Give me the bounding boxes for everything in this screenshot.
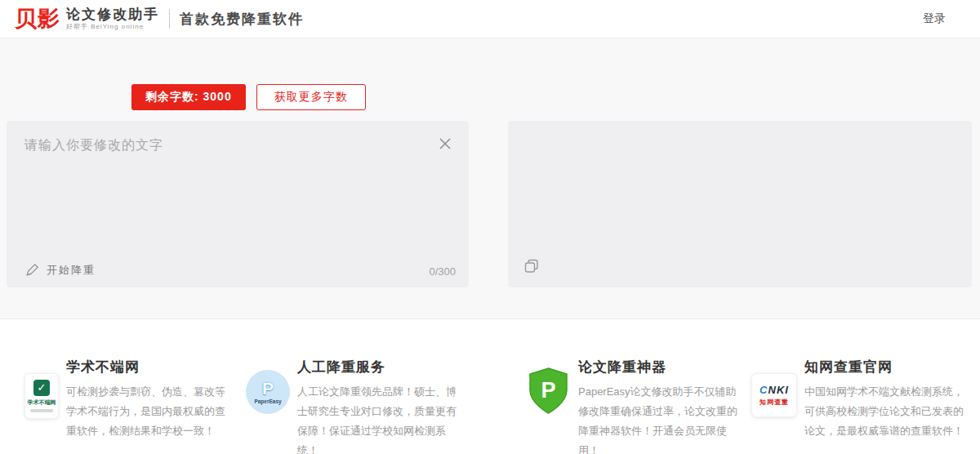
svg-text:P: P bbox=[541, 378, 555, 403]
footer: ✓ 学术不端网 学术不端网 可检测抄袭与剽窃、伪造、篡改等学术不端行为，是国内最… bbox=[0, 318, 980, 454]
document-check-icon: ✓ bbox=[33, 380, 50, 396]
feature-text: 人工降重服务 人工论文降重领先品牌！硕士、博士研究生专业对口修改，质量更有保障！… bbox=[297, 354, 462, 454]
feature-description: PaperEasy论文修改助手不仅辅助修改降重确保通过率，论文改重的降重神器软件… bbox=[578, 382, 743, 454]
input-panel-footer: 开始降重 0/300 bbox=[24, 263, 456, 278]
feature-text: 知网查重官网 中国知网学术不端文献检测系统，可供高校检测学位论文和已发表的论文，… bbox=[804, 354, 969, 441]
feature-description: 可检测抄袭与剽窃、伪造、篡改等学术不端行为，是国内最权威的查重软件，检测结果和学… bbox=[66, 382, 231, 441]
feature-title: 人工降重服务 bbox=[297, 358, 462, 376]
papereasy-logo: P PaperEasy bbox=[246, 370, 290, 414]
clear-input-button[interactable] bbox=[436, 136, 454, 154]
logo-caption: 知网查重 bbox=[760, 398, 789, 407]
copy-output-button[interactable] bbox=[523, 258, 541, 276]
input-panel: 开始降重 0/300 bbox=[7, 121, 469, 287]
start-rewrite-button[interactable]: 开始降重 bbox=[24, 263, 96, 278]
logo-caption: PaperEasy bbox=[254, 398, 281, 404]
academic-misconduct-logo: ✓ 学术不端网 bbox=[24, 373, 59, 419]
feature-description: 人工论文降重领先品牌！硕士、博士研究生专业对口修改，质量更有保障！保证通过学校知… bbox=[297, 382, 462, 454]
shield-p-icon: P bbox=[526, 367, 571, 416]
feature-title: 知网查重官网 bbox=[804, 358, 969, 376]
shield-p-logo: P bbox=[526, 367, 571, 454]
logo-caption-small bbox=[30, 409, 53, 412]
copy-icon bbox=[523, 258, 540, 274]
input-textarea[interactable] bbox=[7, 121, 469, 251]
word-count-toolbar: 剩余字数: 3000 获取更多字数 bbox=[131, 84, 366, 110]
close-icon bbox=[437, 136, 453, 152]
logo-caption: 学术不端网 bbox=[28, 398, 56, 407]
divider bbox=[169, 9, 170, 29]
feature-cnki-official: CNKI 知网查重 知网查重官网 中国知网学术不端文献检测系统，可供高校检测学位… bbox=[751, 354, 969, 441]
remaining-words-button[interactable]: 剩余字数: 3000 bbox=[131, 84, 246, 110]
feature-academic-misconduct: ✓ 学术不端网 学术不端网 可检测抄袭与剽窃、伪造、篡改等学术不端行为，是国内最… bbox=[24, 354, 231, 441]
get-more-words-button[interactable]: 获取更多字数 bbox=[256, 84, 366, 110]
site-tagline: 首款免费降重软件 bbox=[180, 10, 304, 29]
header: 贝影 论文修改助手 好帮手 BeiYing online 首款免费降重软件 登录 bbox=[0, 0, 980, 38]
brand-subtitle: 好帮手 BeiYing online bbox=[66, 22, 159, 31]
brand-logo: 贝影 bbox=[15, 8, 60, 30]
brand-title: 论文修改助手 bbox=[66, 7, 159, 22]
feature-title: 论文降重神器 bbox=[578, 358, 743, 376]
feature-text: 论文降重神器 PaperEasy论文修改助手不仅辅助修改降重确保通过率，论文改重… bbox=[578, 354, 743, 454]
login-link[interactable]: 登录 bbox=[923, 11, 946, 26]
cnki-logo: CNKI 知网查重 bbox=[751, 373, 797, 417]
brand-text: 论文修改助手 好帮手 BeiYing online bbox=[66, 7, 159, 31]
brand: 贝影 论文修改助手 好帮手 BeiYing online 首款免费降重软件 bbox=[15, 7, 304, 31]
feature-description: 中国知网学术不端文献检测系统，可供高校检测学位论文和已发表的论文，是最权威靠谱的… bbox=[804, 382, 969, 441]
char-counter: 0/300 bbox=[429, 265, 456, 278]
feature-title: 学术不端网 bbox=[66, 358, 231, 376]
pencil-icon bbox=[24, 263, 39, 278]
start-rewrite-label: 开始降重 bbox=[47, 263, 96, 278]
papereasy-p-icon: P bbox=[262, 381, 274, 397]
cnki-brand-icon: CNKI bbox=[760, 384, 789, 396]
feature-text: 学术不端网 可检测抄袭与剽窃、伪造、篡改等学术不端行为，是国内最权威的查重软件，… bbox=[66, 354, 231, 441]
feature-manual-rewrite-service: P PaperEasy 人工降重服务 人工论文降重领先品牌！硕士、博士研究生专业… bbox=[246, 354, 462, 454]
output-panel bbox=[508, 121, 972, 287]
main-area: 剩余字数: 3000 获取更多字数 开始降重 0/300 bbox=[0, 38, 980, 318]
feature-rewrite-tool: P 论文降重神器 PaperEasy论文修改助手不仅辅助修改降重确保通过率，论文… bbox=[526, 354, 743, 454]
